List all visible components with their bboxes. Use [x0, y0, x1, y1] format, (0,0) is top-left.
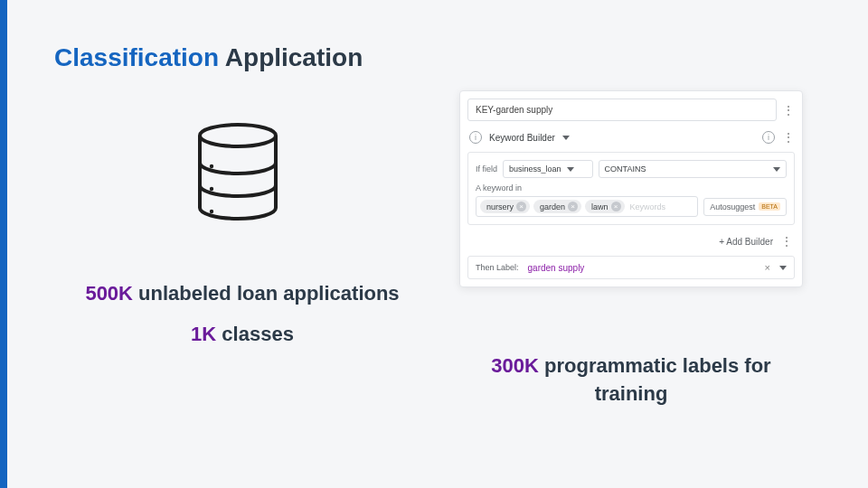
field-select[interactable]: business_loan	[503, 160, 593, 178]
then-label-text: Then Label:	[476, 263, 519, 272]
chevron-down-icon	[567, 167, 574, 172]
keyword-in-label: A keyword in	[476, 183, 787, 192]
left-caption: 500K unlabeled loan applications 1K clas…	[80, 280, 405, 349]
svg-point-0	[200, 125, 276, 146]
keywords-input[interactable]: nursery × garden × lawn × Keywords	[476, 196, 698, 217]
info-icon[interactable]: i	[469, 131, 482, 144]
field-select-value: business_loan	[509, 164, 561, 174]
clear-label-icon[interactable]: ×	[765, 262, 770, 273]
chevron-down-icon	[773, 167, 780, 172]
programmatic-label: programmatic labels for training	[544, 354, 771, 405]
condition-block: If field business_loan CONTAINS A keywor…	[467, 152, 795, 225]
if-field-label: If field	[476, 164, 497, 174]
chevron-down-icon[interactable]	[562, 136, 570, 140]
remove-tag-icon[interactable]: ×	[611, 202, 621, 211]
info-icon[interactable]: i	[762, 131, 775, 144]
svg-point-2	[210, 187, 213, 191]
svg-point-3	[210, 210, 213, 213]
remove-tag-icon[interactable]: ×	[568, 202, 578, 211]
remove-tag-icon[interactable]: ×	[516, 202, 526, 211]
more-menu-icon[interactable]: ⋮	[780, 234, 793, 249]
chevron-down-icon[interactable]	[779, 266, 787, 270]
classes-label: classes	[222, 323, 294, 345]
unlabeled-count: 500K	[85, 282, 133, 305]
title-highlighted: Classification	[54, 43, 219, 71]
rule-name-input[interactable]	[467, 99, 777, 121]
keyword-tag: nursery ×	[480, 200, 530, 213]
title-rest: Application	[225, 43, 363, 71]
beta-badge: BETA	[759, 202, 780, 211]
slide-title: Classification Application	[54, 43, 363, 72]
then-label-value: garden supply	[528, 263, 756, 273]
keyword-tag: garden ×	[533, 200, 581, 213]
keyword-builder-panel: ⋮ i Keyword Builder i ⋮ If field busines…	[459, 90, 803, 287]
add-builder-button[interactable]: + Add Builder	[719, 237, 773, 247]
keyword-tag: lawn ×	[585, 200, 625, 213]
then-label-row: Then Label: garden supply ×	[467, 256, 795, 279]
database-icon	[188, 122, 288, 230]
operator-select[interactable]: CONTAINS	[599, 160, 787, 178]
classes-count: 1K	[191, 323, 216, 345]
unlabeled-label: unlabeled loan applications	[138, 282, 400, 305]
right-caption: 300K programmatic labels for training	[459, 352, 803, 408]
keywords-placeholder: Keywords	[628, 202, 666, 211]
programmatic-count: 300K	[491, 354, 539, 377]
more-menu-icon[interactable]: ⋮	[782, 103, 795, 117]
more-menu-icon[interactable]: ⋮	[782, 130, 795, 145]
svg-point-1	[210, 164, 213, 168]
builder-type-label: Keyword Builder	[489, 133, 555, 143]
autosuggest-button[interactable]: Autosuggest BETA	[703, 198, 787, 216]
operator-select-value: CONTAINS	[605, 164, 646, 174]
